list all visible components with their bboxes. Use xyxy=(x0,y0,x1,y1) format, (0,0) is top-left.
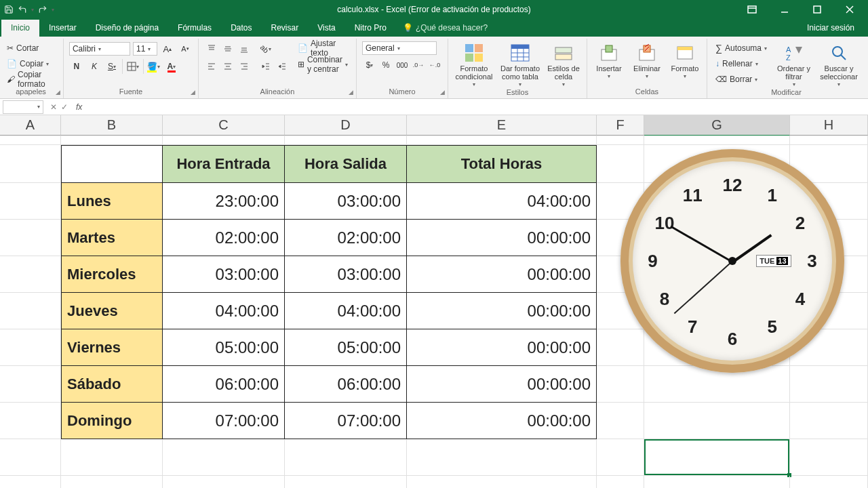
column-header-H[interactable]: H xyxy=(790,115,868,136)
tab-datos[interactable]: Datos xyxy=(221,20,261,37)
merge-center-button[interactable]: ⊞Combinar y centrar▾ xyxy=(295,58,351,71)
minimize-button[interactable] xyxy=(769,0,800,19)
comma-format-icon[interactable]: 000 xyxy=(395,58,410,73)
name-box[interactable]: ▾ xyxy=(3,100,43,114)
cell[interactable]: 06:00:00 xyxy=(285,366,407,403)
cell[interactable]: Domingo xyxy=(61,403,163,439)
font-dialog-launcher-icon[interactable]: ◢ xyxy=(191,89,195,96)
accounting-format-icon[interactable]: $▾ xyxy=(362,58,377,73)
cell[interactable]: 00:00:00 xyxy=(407,256,597,293)
cell[interactable]: 04:00:00 xyxy=(285,293,407,329)
percent-format-icon[interactable]: % xyxy=(378,58,393,73)
undo-dropdown-icon[interactable]: ▾ xyxy=(31,7,34,13)
cell[interactable] xyxy=(597,403,644,439)
cell[interactable] xyxy=(0,293,61,329)
cell[interactable] xyxy=(0,366,61,403)
cell[interactable]: 04:00:00 xyxy=(407,183,597,220)
align-bottom-icon[interactable] xyxy=(237,41,252,56)
tab-insertar[interactable]: Insertar xyxy=(39,20,86,37)
fill-color-button[interactable]: 🪣▾ xyxy=(146,59,161,74)
column-header-C[interactable]: C xyxy=(163,115,285,136)
column-header-E[interactable]: E xyxy=(407,115,597,136)
align-dialog-launcher-icon[interactable]: ◢ xyxy=(349,89,353,96)
qat-customize-icon[interactable]: ▾ xyxy=(52,7,54,13)
cell[interactable]: 06:00:00 xyxy=(163,366,285,403)
delete-cells-button[interactable]: Eliminar▾ xyxy=(631,41,663,80)
column-header-D[interactable]: D xyxy=(285,115,407,136)
cell[interactable]: 05:00:00 xyxy=(163,329,285,366)
cell[interactable]: 07:00:00 xyxy=(285,403,407,439)
cell[interactable]: 00:00:00 xyxy=(407,329,597,366)
fx-icon[interactable]: fx xyxy=(72,102,86,112)
cell[interactable]: Jueves xyxy=(61,293,163,329)
cell[interactable]: Miercoles xyxy=(61,256,163,293)
redo-icon[interactable] xyxy=(38,5,47,14)
cell[interactable]: 00:00:00 xyxy=(407,366,597,403)
copy-button[interactable]: 📄Copiar▾ xyxy=(4,57,58,70)
cell[interactable]: 04:00:00 xyxy=(163,293,285,329)
cell[interactable]: Lunes xyxy=(61,183,163,220)
cell[interactable]: 00:00:00 xyxy=(407,293,597,329)
clipboard-dialog-launcher-icon[interactable]: ◢ xyxy=(56,89,60,96)
autosum-button[interactable]: ∑Autosuma▾ xyxy=(713,41,770,55)
cell[interactable] xyxy=(0,329,61,366)
tab-revisar[interactable]: Revisar xyxy=(261,20,308,37)
tab-vista[interactable]: Vista xyxy=(308,20,344,37)
tab-formulas[interactable]: Fórmulas xyxy=(168,20,221,37)
cell[interactable]: Sábado xyxy=(61,366,163,403)
cell[interactable]: 23:00:00 xyxy=(163,183,285,220)
cell[interactable] xyxy=(0,220,61,256)
increase-indent-icon[interactable] xyxy=(275,59,290,74)
cut-button[interactable]: ✂Cortar xyxy=(4,41,58,55)
format-painter-button[interactable]: 🖌Copiar formato xyxy=(4,73,58,86)
align-left-icon[interactable] xyxy=(204,59,219,74)
cell[interactable] xyxy=(0,403,61,439)
cell[interactable]: Martes xyxy=(61,220,163,256)
cell[interactable]: 00:00:00 xyxy=(407,403,597,439)
tab-nitro[interactable]: Nitro Pro xyxy=(345,20,396,37)
borders-button[interactable]: ▾ xyxy=(125,59,140,74)
column-header-F[interactable]: F xyxy=(597,115,644,136)
align-right-icon[interactable] xyxy=(237,59,252,74)
cancel-formula-icon[interactable]: ✕ xyxy=(50,102,57,112)
align-top-icon[interactable] xyxy=(204,41,219,56)
increase-decimal-icon[interactable]: .0→ xyxy=(411,58,426,73)
cell[interactable]: 03:00:00 xyxy=(285,256,407,293)
align-middle-icon[interactable] xyxy=(220,41,235,56)
tab-inicio[interactable]: Inicio xyxy=(1,20,39,37)
fill-button[interactable]: ↓Rellenar▾ xyxy=(713,57,770,70)
clear-button[interactable]: ⌫Borrar▾ xyxy=(713,73,770,86)
cell[interactable] xyxy=(0,256,61,293)
cell[interactable] xyxy=(644,403,790,439)
cell[interactable]: 03:00:00 xyxy=(163,256,285,293)
cell-styles-button[interactable]: Estilos de celda▾ xyxy=(546,41,581,88)
column-header-B[interactable]: B xyxy=(61,115,163,136)
cell[interactable] xyxy=(0,183,61,220)
align-center-icon[interactable] xyxy=(220,59,235,74)
worksheet-grid[interactable]: ABCDEFGH Hora EntradaHora SalidaTotal Ho… xyxy=(0,115,868,488)
close-button[interactable] xyxy=(834,0,865,19)
column-header-G[interactable]: G xyxy=(644,115,790,136)
cell[interactable]: Viernes xyxy=(61,329,163,366)
sort-filter-button[interactable]: AZOrdenar y filtrar▾ xyxy=(775,41,812,88)
format-as-table-button[interactable]: Dar formato como tabla▾ xyxy=(500,41,540,88)
undo-icon[interactable] xyxy=(18,5,27,14)
selected-cell[interactable] xyxy=(644,439,790,476)
shrink-font-icon[interactable]: A▾ xyxy=(178,41,193,56)
number-dialog-launcher-icon[interactable]: ◢ xyxy=(440,89,445,96)
font-color-button[interactable]: A▾ xyxy=(164,59,179,74)
cell[interactable] xyxy=(790,403,868,439)
insert-cells-button[interactable]: Insertar▾ xyxy=(593,41,625,80)
grow-font-icon[interactable]: A▴ xyxy=(160,41,175,56)
column-header-A[interactable]: A xyxy=(0,115,61,136)
conditional-format-button[interactable]: Formato condicional▾ xyxy=(454,41,494,88)
cell[interactable]: 07:00:00 xyxy=(163,403,285,439)
cell[interactable]: 05:00:00 xyxy=(285,329,407,366)
underline-button[interactable]: S▾ xyxy=(104,59,119,74)
font-name-combo[interactable]: Calibri▾ xyxy=(69,42,130,56)
orientation-icon[interactable]: ab▾ xyxy=(258,41,273,56)
cell[interactable]: 02:00:00 xyxy=(163,220,285,256)
cell[interactable]: 00:00:00 xyxy=(407,220,597,256)
sign-in-link[interactable]: Iniciar sesión xyxy=(793,20,868,37)
font-size-combo[interactable]: 11▾ xyxy=(133,42,157,56)
